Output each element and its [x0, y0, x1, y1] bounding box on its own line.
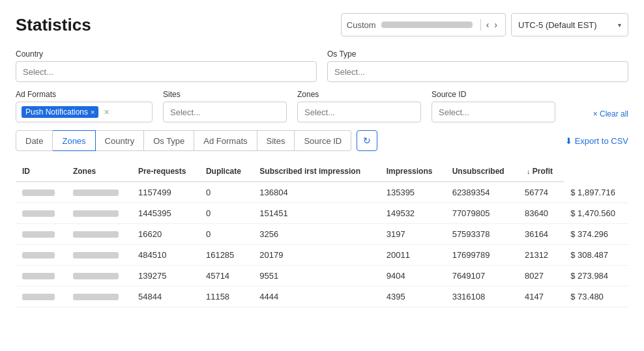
refresh-button[interactable]: ↻: [357, 130, 377, 151]
cell-pre-requests: 1157499: [132, 182, 199, 203]
table-row: 1157499 0 136804 135395 62389354 56774 $…: [16, 182, 628, 203]
tag-close-icon[interactable]: ×: [91, 108, 95, 116]
timezone-select[interactable]: UTC-5 (Default EST) ▾: [511, 13, 628, 36]
cell-subscribed: 20179: [253, 245, 379, 266]
cell-first-impression: 9404: [380, 266, 446, 287]
table-row: 139275 45714 9551 9404 7649107 8027 $ 27…: [16, 266, 628, 287]
cell-pre-requests: 139275: [132, 266, 199, 287]
col-header-duplicate: Duplicate: [199, 161, 253, 182]
tab-date[interactable]: Date: [16, 130, 53, 151]
cell-id: [16, 203, 66, 224]
tab-list: Date Zones Country Os Type Ad Formats Si…: [16, 130, 351, 151]
os-type-filter-group: Os Type: [327, 49, 628, 82]
table-row: 16620 0 3256 3197 57593378 36164 $ 374.2…: [16, 224, 628, 245]
cell-profit: $ 273.984: [564, 266, 628, 287]
cell-id: [16, 266, 66, 287]
cell-pre-requests: 54844: [132, 287, 199, 307]
export-label: Export to CSV: [575, 136, 628, 146]
cell-duplicate: 0: [199, 224, 253, 245]
source-id-select[interactable]: [432, 102, 555, 122]
refresh-icon: ↻: [363, 135, 371, 146]
cell-unsubscribed: 21312: [518, 245, 564, 266]
cell-impressions: 3316108: [446, 287, 518, 307]
cell-zone: [66, 224, 132, 245]
cell-profit: $ 73.480: [564, 287, 628, 307]
tab-country[interactable]: Country: [96, 130, 145, 151]
tab-source-id[interactable]: Source ID: [295, 130, 351, 151]
cell-unsubscribed: 56774: [518, 182, 564, 203]
cell-subscribed: 9551: [253, 266, 379, 287]
cell-zone: [66, 266, 132, 287]
col-header-profit[interactable]: ↓ Profit: [518, 161, 564, 182]
os-type-select[interactable]: [327, 61, 628, 82]
cell-subscribed: 3256: [253, 224, 379, 245]
page-header: Statistics Custom ‹ › UTC-5 (Default EST…: [16, 13, 628, 36]
push-notifications-tag[interactable]: Push Notifications ×: [22, 106, 98, 118]
cell-pre-requests: 484510: [132, 245, 199, 266]
cell-id: [16, 224, 66, 245]
country-select[interactable]: [16, 61, 317, 82]
cell-subscribed: 4444: [253, 287, 379, 307]
tag-label: Push Notifications: [25, 107, 88, 117]
cell-id: [16, 182, 66, 203]
date-range-label: Custom: [347, 20, 376, 30]
cell-zone: [66, 203, 132, 224]
date-range-control[interactable]: Custom ‹ ›: [341, 13, 506, 36]
tab-sites[interactable]: Sites: [257, 130, 295, 151]
date-range-bar: [381, 21, 473, 28]
cell-profit: $ 374.296: [564, 224, 628, 245]
cell-first-impression: 135395: [380, 182, 446, 203]
clear-all-button[interactable]: × Clear all: [593, 109, 628, 122]
table-header-row: ID Zones Pre-requests Duplicate Subscrib…: [16, 161, 628, 182]
ad-formats-label: Ad Formats: [16, 90, 153, 99]
cell-first-impression: 149532: [380, 203, 446, 224]
tab-zones[interactable]: Zones: [53, 130, 95, 151]
tab-os-type[interactable]: Os Type: [144, 130, 194, 151]
zones-select[interactable]: [297, 102, 421, 122]
col-header-unsubscribed: Unsubscribed: [446, 161, 518, 182]
tab-ad-formats[interactable]: Ad Formats: [194, 130, 257, 151]
sites-select[interactable]: [163, 102, 287, 122]
cell-duplicate: 45714: [199, 266, 253, 287]
cell-zone: [66, 245, 132, 266]
col-header-subscribed: Subscribed irst impression: [253, 161, 379, 182]
cell-impressions: 17699789: [446, 245, 518, 266]
cell-impressions: 62389354: [446, 182, 518, 203]
table-row: 1445395 0 151451 149532 77079805 83640 $…: [16, 203, 628, 224]
profit-sort-icon: ↓: [527, 167, 531, 175]
cell-zone: [66, 182, 132, 203]
cell-pre-requests: 16620: [132, 224, 199, 245]
cell-id: [16, 287, 66, 307]
cell-first-impression: 20011: [380, 245, 446, 266]
cell-duplicate: 0: [199, 182, 253, 203]
chevron-down-icon: ▾: [618, 21, 621, 29]
col-header-zones: Zones: [66, 161, 132, 182]
divider: [480, 19, 481, 31]
cell-first-impression: 4395: [380, 287, 446, 307]
source-id-filter-group: Source ID: [432, 90, 555, 122]
tabs-bar: Date Zones Country Os Type Ad Formats Si…: [16, 130, 628, 151]
cell-id: [16, 245, 66, 266]
cell-impressions: 7649107: [446, 266, 518, 287]
ad-formats-input[interactable]: Push Notifications × ×: [16, 102, 153, 122]
filter-row-1: Country Os Type: [16, 49, 628, 82]
table-row: 54844 11158 4444 4395 3316108 4147 $ 73.…: [16, 287, 628, 307]
cell-profit: $ 308.487: [564, 245, 628, 266]
date-next-button[interactable]: ›: [491, 20, 500, 30]
export-icon: ⬇: [565, 136, 572, 146]
data-table: ID Zones Pre-requests Duplicate Subscrib…: [16, 161, 628, 307]
tag-input-clear-button[interactable]: ×: [102, 107, 110, 117]
export-csv-button[interactable]: ⬇ Export to CSV: [565, 136, 628, 146]
zones-filter-group: Zones: [297, 90, 421, 122]
col-header-impressions: Impressions: [380, 161, 446, 182]
source-id-label: Source ID: [432, 90, 555, 99]
ad-formats-filter-group: Ad Formats Push Notifications × ×: [16, 90, 153, 122]
table-row: 484510 161285 20179 20011 17699789 21312…: [16, 245, 628, 266]
cell-first-impression: 3197: [380, 224, 446, 245]
cell-subscribed: 136804: [253, 182, 379, 203]
cell-duplicate: 0: [199, 203, 253, 224]
date-prev-button[interactable]: ‹: [484, 20, 492, 30]
page-title: Statistics: [16, 15, 91, 35]
country-filter-group: Country: [16, 49, 317, 82]
zones-label: Zones: [297, 90, 421, 99]
